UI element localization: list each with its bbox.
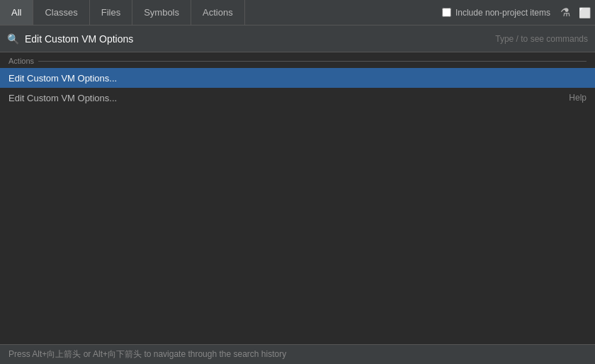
search-icon: 🔍 (7, 33, 19, 45)
item-right-help: Help (569, 93, 586, 103)
item-text-selected: Edit Custom VM Options... (8, 73, 586, 84)
include-non-project-container: Include non-project items (436, 8, 556, 18)
search-query[interactable]: Edit Custom VM Options (25, 33, 495, 45)
tab-bar: All Classes Files Symbols Actions Includ… (0, 0, 595, 25)
status-text: Press Alt+向上箭头 or Alt+向下箭头 to navigate t… (8, 348, 286, 360)
filter-icon[interactable]: ⚗ (556, 6, 574, 19)
tab-classes[interactable]: Classes (33, 0, 89, 25)
window-icon[interactable]: ⬜ (574, 7, 595, 18)
item-text: Edit Custom VM Options... (8, 93, 569, 103)
include-non-project-checkbox[interactable] (442, 8, 451, 17)
tab-actions[interactable]: Actions (191, 0, 245, 25)
tab-symbols[interactable]: Symbols (132, 0, 191, 25)
tab-all[interactable]: All (0, 0, 33, 25)
section-label: Actions (0, 52, 595, 68)
type-hint: Type / to see commands (495, 34, 588, 44)
status-bar: Press Alt+向上箭头 or Alt+向下箭头 to navigate t… (0, 344, 595, 364)
content-area: Actions Edit Custom VM Options... Edit C… (0, 52, 595, 344)
include-non-project-label: Include non-project items (455, 8, 550, 18)
tab-files[interactable]: Files (90, 0, 132, 25)
list-item[interactable]: Edit Custom VM Options... Help (0, 88, 595, 108)
search-bar: 🔍 Edit Custom VM Options Type / to see c… (0, 25, 595, 52)
list-item[interactable]: Edit Custom VM Options... (0, 68, 595, 88)
